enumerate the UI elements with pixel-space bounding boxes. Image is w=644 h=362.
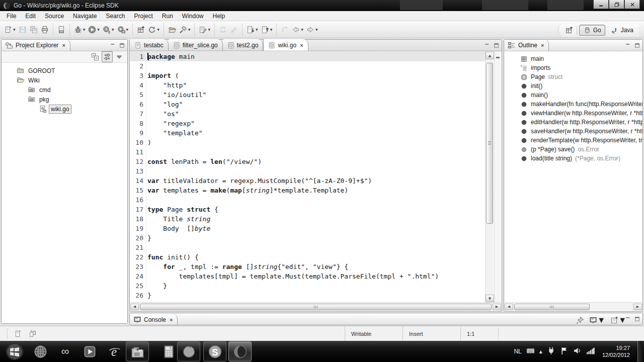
- taskbar-infinity-app[interactable]: ∞: [53, 341, 76, 361]
- code-line-14[interactable]: 14var titleValidator = regexp.MustCompil…: [130, 176, 485, 186]
- dropdown-arrow-icon[interactable]: ▼: [156, 28, 159, 31]
- editor-maximize-button[interactable]: [493, 42, 500, 49]
- tree-item-goroot[interactable]: GOROOT: [2, 66, 127, 75]
- link-editor-button[interactable]: [102, 51, 113, 62]
- outline-item[interactable]: renderTemplate(w http.ResponseWriter, tm…: [504, 136, 642, 145]
- code-line-12[interactable]: 12const lenPath = len("/view/"): [130, 157, 485, 166]
- collapse-all-button[interactable]: [90, 52, 100, 62]
- outline-item[interactable]: makeHandler(fn func(http.ResponseWriter,: [504, 100, 642, 109]
- code-line-21[interactable]: 21: [130, 243, 485, 252]
- code-line-5[interactable]: 5 "io/ioutil": [130, 90, 485, 100]
- dropdown-arrow-icon[interactable]: ▼: [126, 28, 129, 31]
- code-line-6[interactable]: 6 "log": [130, 100, 485, 109]
- outline-item[interactable]: editHandler(w http.ResponseWriter, r *ht…: [504, 118, 642, 127]
- explorer-minimize-button[interactable]: [109, 42, 116, 49]
- dropdown-arrow-icon[interactable]: ▼: [255, 28, 258, 31]
- code-line-1[interactable]: 1package main: [130, 52, 485, 61]
- trim-fast-view-button[interactable]: [13, 329, 23, 339]
- dropdown-arrow-icon[interactable]: ▼: [270, 28, 273, 31]
- taskbar-network-globe[interactable]: [29, 341, 52, 361]
- dropdown-arrow-icon[interactable]: ▼: [207, 28, 210, 31]
- code-line-2[interactable]: 2: [130, 61, 485, 71]
- dropdown-arrow-icon[interactable]: ▼: [315, 28, 318, 31]
- scroll-right-icon[interactable]: ▶: [633, 304, 642, 310]
- dropdown-arrow-icon[interactable]: ▼: [188, 28, 191, 31]
- code-line-15[interactable]: 15var templates = make(map[string]*templ…: [130, 186, 485, 195]
- menu-edit[interactable]: Edit: [21, 12, 40, 21]
- tree-item-cmd[interactable]: cmd: [2, 85, 127, 95]
- code-line-18[interactable]: 18 Title string: [130, 214, 485, 224]
- editor-vertical-scrollbar[interactable]: ▲ ▼: [485, 52, 494, 302]
- power-button[interactable]: [547, 346, 555, 357]
- outline-item[interactable]: viewHandler(w http.ResponseWriter, r *ht…: [504, 109, 642, 118]
- window-restore-button[interactable]: [609, 0, 624, 9]
- dropdown-arrow-icon[interactable]: ▼: [97, 28, 100, 31]
- taskbar-start-button[interactable]: [3, 341, 26, 361]
- dropdown-arrow-icon[interactable]: ▼: [597, 316, 605, 325]
- menu-window[interactable]: Window: [178, 12, 208, 21]
- perspective-go-button[interactable]: Go: [579, 25, 605, 36]
- print-button[interactable]: [39, 24, 50, 35]
- code-line-16[interactable]: 16: [130, 195, 485, 205]
- action-center-button[interactable]: [560, 346, 569, 357]
- horizontal-scroll-thumb[interactable]: [140, 304, 492, 310]
- outline-maximize-button[interactable]: [633, 42, 640, 49]
- show-desktop-button[interactable]: [637, 341, 643, 362]
- code-line-10[interactable]: 10): [130, 138, 485, 147]
- run-last-button[interactable]: ▼: [116, 24, 130, 35]
- taskbar-media-player[interactable]: [78, 341, 101, 361]
- tree-item-wiki-go[interactable]: Gwiki.go: [2, 104, 127, 114]
- outline-tab[interactable]: Outline ×: [504, 39, 549, 51]
- outline-item[interactable]: (p *Page) save() os.Error: [504, 145, 642, 154]
- code-line-8[interactable]: 8 "regexp": [130, 119, 485, 128]
- menu-source[interactable]: Source: [40, 12, 68, 21]
- editor-tab-filter_slice-go[interactable]: Gfilter_slice.go: [169, 39, 223, 51]
- menu-file[interactable]: File: [2, 12, 21, 21]
- code-line-11[interactable]: 11: [130, 147, 485, 157]
- code-line-7[interactable]: 7 "os": [130, 109, 485, 119]
- open-resource-button[interactable]: [167, 24, 178, 35]
- outline-item[interactable]: saveHandler(w http.ResponseWriter, r *ht…: [504, 127, 642, 136]
- console-tab[interactable]: Console ×: [130, 314, 178, 325]
- network-button[interactable]: [586, 346, 595, 357]
- taskbar-internet-explorer[interactable]: e: [103, 341, 126, 361]
- close-view-icon[interactable]: ×: [540, 42, 544, 48]
- code-line-24[interactable]: 24 templates[tmpl] = template.Must(templ…: [130, 272, 485, 281]
- horizontal-scroll-thumb[interactable]: [514, 304, 590, 310]
- language-indicator[interactable]: NL: [514, 348, 521, 355]
- scroll-left-icon[interactable]: ◀: [130, 304, 139, 310]
- menu-run[interactable]: Run: [157, 12, 178, 21]
- previous-annotation-button[interactable]: ▼: [260, 24, 274, 35]
- code-line-3[interactable]: 3import (: [130, 71, 485, 80]
- dropdown-arrow-icon[interactable]: ▼: [83, 28, 86, 31]
- outline-item[interactable]: main: [504, 54, 642, 63]
- editor-tab-test2-go[interactable]: Gtest2.go: [223, 39, 264, 51]
- next-annotation-button[interactable]: ▼: [245, 24, 260, 35]
- editor-tab-testabc[interactable]: testabc: [130, 39, 169, 51]
- volume-button[interactable]: [573, 346, 582, 357]
- editor-minimize-button[interactable]: [484, 42, 491, 49]
- window-close-button[interactable]: [624, 0, 640, 9]
- close-view-icon[interactable]: ×: [61, 42, 65, 48]
- tree-item-pkg[interactable]: pkg: [2, 95, 127, 104]
- outline-item[interactable]: init(): [504, 81, 642, 90]
- code-line-25[interactable]: 25 }: [130, 281, 485, 291]
- outline-minimize-button[interactable]: [624, 42, 631, 49]
- code-line-9[interactable]: 9 "template": [130, 128, 485, 138]
- menu-help[interactable]: Help: [208, 12, 230, 21]
- project-explorer-tab[interactable]: Project Explorer ×: [2, 39, 70, 51]
- code-line-20[interactable]: 20}: [130, 233, 485, 243]
- explorer-maximize-button[interactable]: [118, 42, 125, 49]
- back-button[interactable]: ▼: [290, 24, 305, 35]
- debug-button[interactable]: ▼: [72, 24, 87, 35]
- taskbar-windows-explorer[interactable]: [126, 341, 149, 361]
- perspective-java-button[interactable]: JJava: [607, 25, 637, 35]
- scroll-up-icon[interactable]: ▲: [486, 52, 494, 59]
- view-menu-button[interactable]: [114, 52, 124, 62]
- forward-button[interactable]: ▼: [305, 24, 319, 35]
- binary-file-button[interactable]: 010: [56, 24, 67, 35]
- code-line-4[interactable]: 4 "http": [130, 80, 485, 90]
- code-line-17[interactable]: 17type Page struct {: [130, 205, 485, 214]
- search-button[interactable]: ▼: [178, 24, 192, 35]
- menu-navigate[interactable]: Navigate: [68, 12, 101, 21]
